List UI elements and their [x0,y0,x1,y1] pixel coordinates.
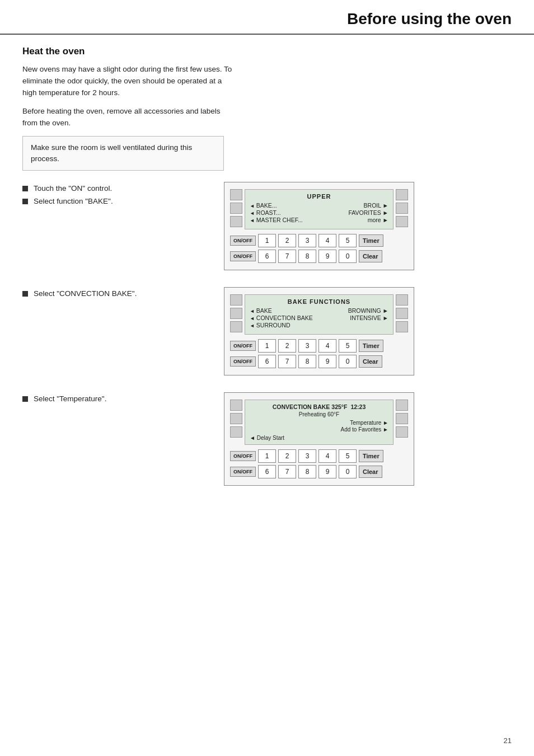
left-btn-2b[interactable] [230,308,242,319]
key-1-3[interactable]: 3 [298,234,316,247]
para-2: Before heating the oven, remove all acce… [22,106,235,129]
clear-btn-1[interactable]: Clear [359,250,382,262]
main-content: Heat the oven New ovens may have a sligh… [0,35,534,514]
panel-3-title: CONVECTION BAKE 325°F [273,403,348,410]
left-btn-3c[interactable] [230,426,242,438]
keypad-row-3-bot: ON/OFF 6 7 8 9 0 Clear [230,465,408,478]
para-1: New ovens may have a slight odor during … [22,64,235,99]
left-buttons-2 [230,294,242,335]
right-buttons-2 [396,294,408,335]
page-title: Before using the oven [22,10,512,28]
left-btn-1a[interactable] [230,189,242,200]
clear-btn-3[interactable]: Clear [359,466,382,478]
right-btn-2b[interactable] [396,308,408,319]
right-btn-1b[interactable] [396,203,408,214]
key-3-6[interactable]: 6 [258,465,276,478]
key-1-4[interactable]: 4 [318,234,336,247]
keypad-row-2-top: ON/OFF 1 2 3 4 5 Timer [230,339,408,353]
bullet-4: Select "Temperature". [22,395,213,403]
menu-row-1-1: ◄ BAKE... BROIL ► [250,202,388,209]
right-btn-2a[interactable] [396,294,408,306]
left-btn-3a[interactable] [230,400,242,411]
panel-1-container: UPPER ◄ BAKE... BROIL ► ◄ ROAST... FAVOR… [224,182,512,270]
key-2-0[interactable]: 0 [339,355,357,368]
menu-row-2-2: ◄ CONVECTION BAKE INTENSIVE ► [250,314,388,321]
key-2-3[interactable]: 3 [298,339,316,353]
panel-3-subtitle: Preheating 60°F [250,411,388,417]
bullet-icon-4 [22,396,28,402]
bullet-3: Select "CONVECTION BAKE". [22,289,213,298]
key-2-1[interactable]: 1 [258,339,276,353]
left-btn-2c[interactable] [230,321,242,332]
key-2-6[interactable]: 6 [258,355,276,368]
key-2-2[interactable]: 2 [278,339,296,353]
right-btn-3c[interactable] [396,426,408,438]
note-box: Make sure the room is well ventilated du… [22,136,224,171]
key-2-4[interactable]: 4 [318,339,336,353]
key-1-5[interactable]: 5 [339,234,357,247]
onoff-btn-2-bot[interactable]: ON/OFF [230,356,256,367]
key-1-6[interactable]: 6 [258,250,276,263]
key-3-0[interactable]: 0 [339,465,357,478]
bullet-1: Touch the "ON" control. [22,184,213,192]
key-1-1[interactable]: 1 [258,234,276,247]
key-2-9[interactable]: 9 [318,355,336,368]
key-3-8[interactable]: 8 [298,465,316,478]
timer-btn-2[interactable]: Timer [359,340,383,352]
panel-3-option1[interactable]: Temperature ► [250,420,388,426]
display-title-2: BAKE FUNCTIONS [250,298,388,305]
bullet-icon-1 [22,186,28,191]
right-buttons-3 [396,400,408,445]
display-screen-3: CONVECTION BAKE 325°F 12:23 Preheating 6… [245,400,394,445]
temp-header-row: CONVECTION BAKE 325°F 12:23 [250,403,388,410]
left-btn-1b[interactable] [230,203,242,214]
key-3-5[interactable]: 5 [339,449,357,463]
right-btn-3b[interactable] [396,413,408,424]
key-1-0[interactable]: 0 [339,250,357,263]
panel-3-delay[interactable]: ◄ Delay Start [250,435,388,441]
right-btn-1c[interactable] [396,216,408,227]
left-btn-1c[interactable] [230,216,242,227]
display-title-1: UPPER [250,193,388,200]
onoff-btn-3-top[interactable]: ON/OFF [230,451,256,461]
section-row-1: Touch the "ON" control. Select function … [22,182,512,270]
bullets-left-3: Select "Temperature". [22,392,213,407]
left-buttons-3 [230,400,242,445]
key-1-7[interactable]: 7 [278,250,296,263]
key-1-9[interactable]: 9 [318,250,336,263]
display-screen-1: UPPER ◄ BAKE... BROIL ► ◄ ROAST... FAVOR… [245,189,394,229]
key-3-1[interactable]: 1 [258,449,276,463]
right-btn-2c[interactable] [396,321,408,332]
menu-row-1-3: ◄ MASTER CHEF... more ► [250,217,388,223]
keypad-row-1-bot: ON/OFF 6 7 8 9 0 Clear [230,250,408,263]
left-buttons-1 [230,189,242,229]
onoff-btn-2-top[interactable]: ON/OFF [230,341,256,351]
timer-btn-3[interactable]: Timer [359,450,383,462]
key-3-3[interactable]: 3 [298,449,316,463]
onoff-btn-3-bot[interactable]: ON/OFF [230,467,256,477]
key-2-8[interactable]: 8 [298,355,316,368]
key-1-8[interactable]: 8 [298,250,316,263]
timer-btn-1[interactable]: Timer [359,234,383,247]
left-btn-3b[interactable] [230,413,242,424]
right-btn-1a[interactable] [396,189,408,200]
key-2-5[interactable]: 5 [339,339,357,353]
bullets-left-1: Touch the "ON" control. Select function … [22,182,213,210]
section-row-2: Select "CONVECTION BAKE". BAKE FUNCTIONS… [22,287,512,375]
key-3-2[interactable]: 2 [278,449,296,463]
right-btn-3a[interactable] [396,400,408,411]
onoff-btn-1-top[interactable]: ON/OFF [230,236,256,246]
left-btn-2a[interactable] [230,294,242,306]
panel-3-option2[interactable]: Add to Favorites ► [250,426,388,433]
key-1-2[interactable]: 2 [278,234,296,247]
key-3-7[interactable]: 7 [278,465,296,478]
key-3-4[interactable]: 4 [318,449,336,463]
page-number: 21 [504,736,512,745]
key-3-9[interactable]: 9 [318,465,336,478]
key-2-7[interactable]: 7 [278,355,296,368]
menu-row-2-3: ◄ SURROUND [250,322,388,328]
display-screen-2: BAKE FUNCTIONS ◄ BAKE BROWNING ► ◄ CONVE… [245,294,394,335]
clear-btn-2[interactable]: Clear [359,355,382,368]
keypad-1: ON/OFF 1 2 3 4 5 Timer ON/OFF 6 7 8 9 [230,234,408,263]
onoff-btn-1-bot[interactable]: ON/OFF [230,251,256,261]
